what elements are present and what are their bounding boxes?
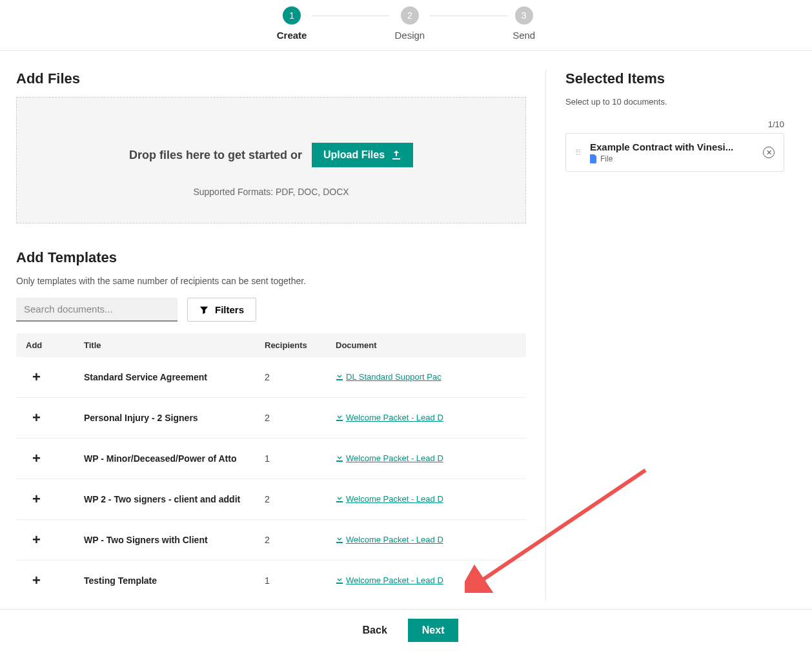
document-name: Welcome Packet - Lead D (346, 535, 443, 544)
download-icon (336, 495, 343, 502)
step-design[interactable]: 2 Design (394, 6, 425, 41)
supported-formats-text: Supported Formats: PDF, DOC, DOCX (30, 187, 513, 197)
template-title: WP - Minor/Deceased/Power of Atto (74, 439, 255, 479)
document-name: Welcome Packet - Lead D (346, 453, 443, 463)
table-row: + Personal Injury - 2 Signers 2 Welcome … (16, 398, 526, 439)
add-template-button[interactable]: + (32, 369, 41, 386)
step-connector (312, 16, 389, 16)
filter-icon (199, 305, 208, 315)
document-name: DL Standard Support Pac (346, 372, 442, 382)
table-row: + WP 2 - Two signers - client and addit … (16, 479, 526, 520)
document-link[interactable]: DL Standard Support Pac (336, 372, 442, 382)
step-send[interactable]: 3 Send (513, 6, 535, 41)
step-label: Design (394, 30, 425, 41)
template-recipients: 1 (255, 439, 326, 479)
upload-files-button[interactable]: Upload Files (312, 143, 413, 167)
add-files-heading: Add Files (16, 70, 526, 87)
template-recipients: 2 (255, 357, 326, 398)
download-icon (336, 413, 343, 421)
step-label: Send (513, 30, 535, 41)
col-add: Add (16, 333, 74, 357)
table-row: + Standard Service Agreement 2 DL Standa… (16, 357, 526, 398)
selected-item-title: Example Contract with Vinesi... (590, 141, 755, 152)
next-button[interactable]: Next (408, 619, 459, 642)
document-link[interactable]: Welcome Packet - Lead D (336, 413, 443, 422)
selected-count: 1/10 (565, 119, 784, 129)
add-template-button[interactable]: + (32, 450, 41, 467)
template-title: Testing Template (74, 561, 255, 601)
template-title: Standard Service Agreement (74, 357, 255, 398)
step-create[interactable]: 1 Create (277, 6, 307, 41)
step-label: Create (277, 30, 307, 41)
upload-icon (391, 150, 401, 160)
download-icon (336, 576, 343, 584)
col-title: Title (74, 333, 255, 357)
step-number: 3 (515, 6, 533, 25)
dropzone-text: Drop files here to get started or (129, 149, 302, 162)
template-recipients: 2 (255, 520, 326, 561)
remove-item-button[interactable]: ✕ (763, 147, 775, 158)
selected-item-type: File (600, 154, 613, 163)
table-row: + WP - Two Signers with Client 2 Welcome… (16, 520, 526, 561)
document-name: Welcome Packet - Lead D (346, 575, 443, 585)
step-connector (430, 16, 507, 16)
col-recipients: Recipients (255, 333, 326, 357)
add-template-button[interactable]: + (32, 491, 41, 508)
add-templates-heading: Add Templates (16, 249, 526, 266)
document-link[interactable]: Welcome Packet - Lead D (336, 494, 443, 504)
document-name: Welcome Packet - Lead D (346, 413, 443, 422)
document-name: Welcome Packet - Lead D (346, 494, 443, 504)
document-link[interactable]: Welcome Packet - Lead D (336, 575, 443, 585)
template-title: Personal Injury - 2 Signers (74, 398, 255, 439)
file-icon (590, 154, 597, 163)
table-row: + WP - Minor/Deceased/Power of Atto 1 We… (16, 439, 526, 479)
add-template-button[interactable]: + (32, 572, 41, 589)
add-template-button[interactable]: + (32, 532, 41, 548)
add-template-button[interactable]: + (32, 409, 41, 426)
template-title: WP - Two Signers with Client (74, 520, 255, 561)
drag-handle-icon[interactable]: ⠿ (575, 150, 582, 155)
selected-items-heading: Selected Items (565, 70, 784, 87)
table-row: + Testing Template 1 Welcome Packet - Le… (16, 561, 526, 601)
upload-button-label: Upload Files (323, 149, 385, 161)
template-recipients: 1 (255, 561, 326, 601)
download-icon (336, 535, 343, 543)
download-icon (336, 454, 343, 462)
selected-item-card: ⠿ Example Contract with Vinesi... File ✕ (565, 133, 784, 172)
template-title: WP 2 - Two signers - client and addit (74, 479, 255, 520)
filters-button[interactable]: Filters (187, 298, 256, 322)
templates-table: Add Title Recipients Document + Standard… (16, 333, 526, 601)
document-link[interactable]: Welcome Packet - Lead D (336, 453, 443, 463)
document-link[interactable]: Welcome Packet - Lead D (336, 535, 443, 544)
search-input[interactable] (16, 298, 178, 322)
stepper: 1 Create 2 Design 3 Send (0, 0, 812, 51)
template-recipients: 2 (255, 479, 326, 520)
back-button[interactable]: Back (354, 619, 396, 642)
footer-bar: Back Next (0, 609, 812, 651)
step-number: 1 (283, 6, 301, 25)
step-number: 2 (401, 6, 419, 25)
col-document: Document (326, 333, 526, 357)
template-recipients: 2 (255, 398, 326, 439)
filters-label: Filters (215, 304, 244, 315)
selected-items-sub: Select up to 10 documents. (565, 97, 784, 107)
file-dropzone[interactable]: Drop files here to get started or Upload… (16, 97, 526, 223)
download-icon (336, 373, 343, 380)
add-templates-subheading: Only templates with the same number of r… (16, 276, 526, 286)
